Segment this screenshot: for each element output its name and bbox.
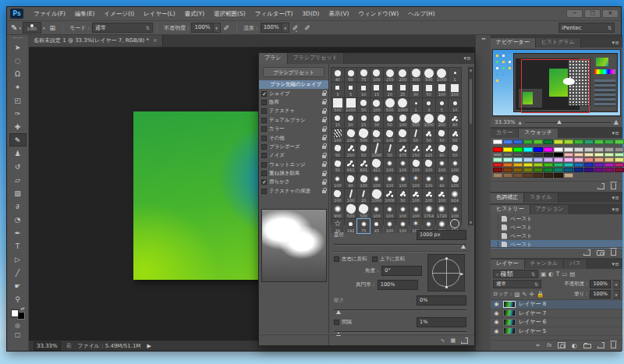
swatch-0-4[interactable] (534, 147, 543, 152)
brush-tip-50[interactable]: 50 (448, 143, 461, 157)
layer-fill-drop-icon[interactable]: ▾ (613, 290, 620, 299)
navigator-view-box[interactable] (521, 59, 590, 113)
swatch-4-5[interactable] (544, 168, 553, 172)
swatch-0-7[interactable] (564, 147, 573, 152)
swatch-5-0[interactable] (493, 173, 502, 178)
brush-tip-10[interactable]: 10 (448, 98, 461, 112)
swatch-2-10[interactable] (594, 157, 604, 162)
toolbar-grip[interactable] (13, 37, 23, 39)
swatch-4-10[interactable] (594, 168, 604, 172)
recent-swatch-9[interactable] (584, 140, 594, 144)
swatch-0-12[interactable] (615, 147, 624, 152)
swatch-2-5[interactable] (544, 157, 553, 162)
brush-tip-50[interactable]: 50 (345, 68, 357, 82)
brush-presets-button[interactable]: ブラシプリセット (263, 67, 324, 77)
navigator-zoom-knob[interactable] (557, 120, 562, 124)
brush-tip-100[interactable]: 100 (396, 204, 409, 218)
brush-tip-900[interactable]: 900 (332, 204, 344, 218)
brush-option-checkbox[interactable] (261, 126, 267, 132)
brush-tip-5[interactable]: 5 (345, 83, 357, 97)
brush-tip-50[interactable]: 50 (396, 189, 409, 203)
scroll-down-icon[interactable]: ▼ (469, 221, 473, 224)
swatch-1-3[interactable] (523, 153, 533, 157)
tool-blur[interactable]: ∂ (9, 200, 27, 213)
brush-tip-500[interactable]: 500 (384, 98, 396, 112)
expand-panels-icon[interactable]: ◂◂ (481, 35, 485, 41)
new-document-from-state-icon[interactable] (583, 249, 590, 256)
brush-tip-100[interactable]: 100 (448, 174, 461, 188)
scroll-up-icon[interactable]: ▲ (469, 68, 473, 72)
new-swatch-icon[interactable] (597, 183, 604, 189)
brush-tip-100[interactable]: 100 (423, 174, 435, 188)
brush-option-checkbox[interactable] (261, 100, 267, 105)
swatch-1-6[interactable] (554, 153, 563, 157)
brush-tip-1000[interactable]: 1000 (423, 113, 435, 127)
status-arrow-icon[interactable]: ▶ (147, 343, 151, 349)
layer-row-3[interactable]: ◉レイヤー 5 (491, 327, 622, 337)
lock-position-icon[interactable]: ✛ (530, 291, 534, 298)
swatches-panel-menu-icon[interactable]: ▾≡ (612, 129, 622, 138)
tool-marquee[interactable]: ◌ (9, 54, 27, 67)
lock-all-icon[interactable]: 🔒 (537, 291, 544, 298)
brush-tip-100[interactable]: 100 (384, 174, 396, 188)
tool-eraser[interactable]: ▱ (9, 173, 27, 186)
brush-tip-50[interactable]: 50 (384, 113, 396, 127)
brush-tip-100[interactable]: 100 (410, 158, 422, 172)
brush-tip-30[interactable]: 30 (410, 83, 422, 97)
navigator-tab-1[interactable]: ヒストグラム (536, 38, 581, 48)
navigator-zoom-value[interactable]: 33.33% (495, 119, 516, 125)
filter-type-icon[interactable]: T (556, 270, 560, 277)
brush-option-1[interactable]: 散布 (259, 98, 328, 107)
swatch-4-7[interactable] (564, 168, 573, 172)
roundness-field[interactable]: 100% (378, 280, 418, 290)
brush-tip-100[interactable]: 100 (436, 158, 448, 172)
brush-tip-200[interactable]: 200 (448, 83, 461, 97)
brush-tip-3[interactable]: 3 (332, 83, 344, 97)
brush-tip-50[interactable]: 50 (448, 129, 461, 143)
history-state-0[interactable]: ペースト (491, 214, 622, 223)
tool-preset-caret-icon[interactable]: ▾ (19, 26, 21, 30)
brush-option-checkbox[interactable] (261, 171, 267, 176)
brush-tip-500[interactable]: 500 (357, 129, 370, 143)
brush-tip-20[interactable]: 20 (384, 83, 396, 97)
recent-swatch-0[interactable] (493, 140, 502, 144)
history-state-1[interactable]: ペースト (491, 223, 622, 231)
brush-tip-1000[interactable]: 1000 (384, 189, 396, 203)
swatch-4-11[interactable] (604, 168, 614, 172)
flip-y-checkbox[interactable] (372, 256, 378, 262)
delete-layer-icon[interactable] (611, 342, 616, 348)
opacity-value[interactable]: 100% (191, 23, 213, 33)
brush-tip-475[interactable]: 475 (396, 143, 409, 157)
swatch-4-12[interactable] (615, 168, 624, 172)
swatch-0-9[interactable] (584, 147, 594, 152)
brush-tip-500[interactable]: 500 (410, 113, 422, 127)
brush-tip-100[interactable]: 100 (423, 189, 435, 203)
swatch-0-5[interactable] (544, 147, 553, 152)
recent-swatch-2[interactable] (513, 140, 523, 144)
layers-panel-menu-icon[interactable]: ▾≡ (612, 260, 622, 269)
history-tab-1[interactable]: アクション (530, 205, 570, 214)
swatch-1-2[interactable] (513, 153, 523, 157)
brush-tip-50[interactable]: 50 (357, 143, 370, 157)
tool-path-selection[interactable]: ▷ (9, 253, 27, 266)
brush-option-checkbox[interactable] (261, 136, 267, 141)
swatch-4-9[interactable] (584, 168, 594, 172)
menu-item-4[interactable]: 書式(Y) (180, 7, 209, 20)
brush-tip-100[interactable]: 100 (370, 174, 383, 188)
visibility-eye-icon[interactable]: ◉ (493, 319, 500, 325)
swatch-0-11[interactable] (604, 147, 614, 152)
recent-swatch-6[interactable] (554, 140, 563, 144)
hardness-field[interactable]: 0% (417, 295, 466, 306)
swatch-3-7[interactable] (564, 163, 573, 168)
visibility-eye-icon[interactable]: ◉ (493, 310, 500, 316)
brush-tip-100[interactable]: 100 (332, 174, 344, 188)
hardness-slider-knob[interactable] (336, 310, 341, 314)
menu-item-7[interactable]: 3D(D) (297, 7, 324, 20)
swatch-3-10[interactable] (594, 163, 604, 168)
canvas-image[interactable] (133, 111, 266, 280)
foreground-color[interactable] (11, 309, 19, 317)
brush-tip-90[interactable]: 90 (345, 174, 357, 188)
brush-tip-100[interactable]: 100 (396, 174, 409, 188)
layer-row-1[interactable]: ◉レイヤー 7 (491, 309, 622, 319)
brush-panel-menu-icon[interactable]: ▾≡ (464, 53, 474, 64)
